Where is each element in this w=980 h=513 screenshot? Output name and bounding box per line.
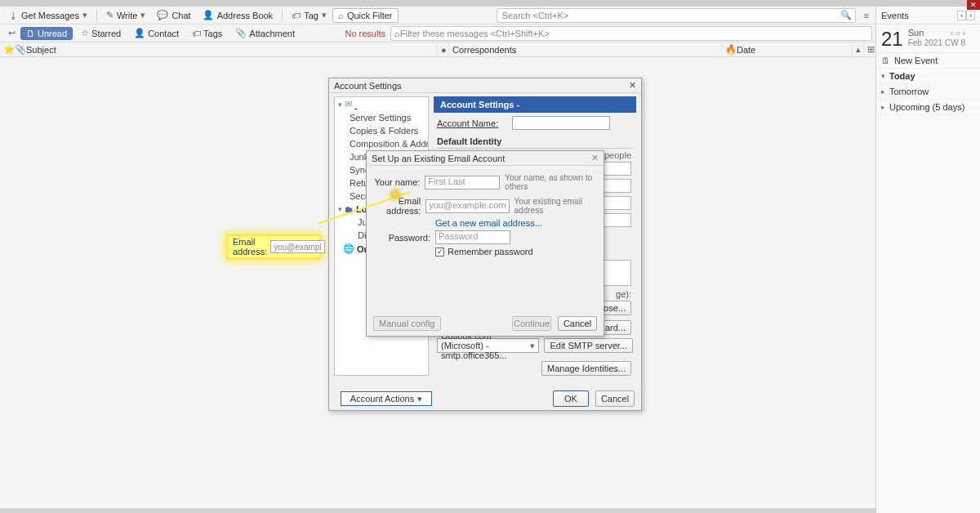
filter-messages-input[interactable]: ⌕Filter these messages <Ctrl+Shift+K> bbox=[390, 26, 872, 41]
callout-label: Email address: bbox=[233, 237, 267, 256]
tag-icon: 🏷 bbox=[192, 29, 201, 38]
events-weekday: Sun bbox=[908, 28, 924, 38]
chevron-down-icon: ▾ bbox=[530, 341, 535, 351]
star-icon: ☆ bbox=[81, 28, 89, 38]
setup-email-dialog: Set Up an Existing Email Account✕ Your n… bbox=[366, 150, 604, 337]
get-messages-button[interactable]: ⭳Get Messages▾ bbox=[3, 7, 93, 23]
cancel-button[interactable]: Cancel bbox=[558, 316, 597, 331]
chevron-down-icon: ▾ bbox=[881, 72, 885, 80]
filter-tags[interactable]: 🏷Tags bbox=[187, 28, 227, 39]
callout-marker bbox=[391, 190, 399, 199]
password-input[interactable]: Password bbox=[435, 230, 510, 244]
get-new-email-link[interactable]: Get a new email address... bbox=[367, 218, 604, 228]
events-nav[interactable]: ‹› bbox=[957, 11, 975, 20]
no-results-label: No results bbox=[345, 29, 390, 38]
pencil-icon: ✎ bbox=[106, 10, 114, 20]
callout-box: Email address: you@exampl bbox=[226, 234, 321, 259]
chevron-down-icon: ▾ bbox=[338, 100, 342, 109]
checkbox-icon: ✓ bbox=[435, 248, 444, 256]
events-tomorrow[interactable]: ▸Tomorrow bbox=[876, 84, 980, 100]
col-subject[interactable]: Subject bbox=[23, 42, 438, 56]
continue-button[interactable]: Continue bbox=[512, 316, 551, 331]
manage-identities-button[interactable]: Manage Identities... bbox=[541, 361, 631, 376]
default-identity-header: Default Identity bbox=[437, 136, 633, 149]
globe-icon: 🌐 bbox=[343, 243, 354, 254]
chat-icon: 💬 bbox=[157, 10, 168, 20]
col-attachment-icon[interactable]: 📎 bbox=[11, 42, 23, 56]
write-button[interactable]: ✎Write▾ bbox=[100, 7, 151, 23]
col-junk-icon[interactable]: 🔥 bbox=[722, 42, 733, 56]
manual-config-button[interactable]: Manual config bbox=[373, 316, 441, 331]
mini-nav[interactable]: ‹ ○ › bbox=[951, 29, 965, 38]
tree-copies-folders[interactable]: Copies & Folders bbox=[335, 124, 428, 137]
smtp-select[interactable]: Outlook.com (Microsoft) - smtp.office365… bbox=[437, 338, 539, 353]
ok-button[interactable]: OK bbox=[553, 390, 589, 407]
chevron-right-icon: ▸ bbox=[881, 87, 885, 96]
chat-button[interactable]: 💬Chat bbox=[151, 7, 196, 23]
global-search-input[interactable]: Search <Ctrl+K>🔍 bbox=[497, 8, 856, 23]
unread-icon: 🗋 bbox=[26, 29, 35, 38]
account-name-input[interactable] bbox=[512, 116, 610, 130]
col-correspondents[interactable]: Correspondents bbox=[449, 42, 722, 56]
close-icon[interactable]: ✕ bbox=[591, 153, 599, 163]
search-icon: ⌕ bbox=[394, 29, 400, 38]
chevron-down-icon: ▾ bbox=[322, 10, 327, 20]
app-menu-button[interactable]: ≡ bbox=[861, 9, 872, 22]
address-book-icon: 👤 bbox=[203, 10, 214, 20]
chevron-right-icon[interactable]: › bbox=[966, 11, 975, 20]
chevron-left-icon[interactable]: ‹ bbox=[957, 11, 966, 20]
tree-server-settings[interactable]: Server Settings bbox=[335, 111, 428, 124]
callout-input: you@exampl bbox=[270, 240, 325, 253]
attachment-icon: 📎 bbox=[235, 28, 247, 38]
close-icon[interactable]: ✕ bbox=[629, 80, 636, 91]
events-panel: Events ‹› ✕ 21 Sun ‹ ○ › Feb 2021 CW 8 🗓… bbox=[875, 7, 980, 513]
quick-filter-button[interactable]: ⌕Quick Filter bbox=[332, 8, 399, 23]
email-input[interactable]: you@example.com bbox=[425, 199, 509, 213]
events-upcoming[interactable]: ▸Upcoming (5 days) bbox=[876, 100, 980, 115]
remember-password-checkbox[interactable]: ✓Remember password bbox=[367, 247, 604, 256]
mail-icon: ✉ bbox=[345, 99, 352, 109]
your-name-input[interactable]: First Last bbox=[425, 176, 500, 190]
download-icon: ⭳ bbox=[9, 11, 18, 20]
filter-contact[interactable]: 👤Contact bbox=[129, 27, 184, 39]
your-name-label: Your name: bbox=[373, 177, 420, 187]
account-name-label: Account Name: bbox=[437, 118, 507, 128]
filter-unread[interactable]: 🗋Unread bbox=[20, 27, 73, 40]
new-event-button[interactable]: 🗓New Event bbox=[876, 53, 980, 69]
tree-composition[interactable]: Composition & Addressing bbox=[335, 137, 428, 150]
close-icon[interactable]: ✕ bbox=[967, 0, 980, 10]
chevron-down-icon: ▾ bbox=[82, 10, 87, 20]
password-label: Password: bbox=[373, 233, 430, 243]
col-picker-icon[interactable]: ⊞ bbox=[864, 42, 875, 56]
events-week: CW 8 bbox=[945, 38, 965, 47]
cancel-button[interactable]: Cancel bbox=[595, 390, 635, 407]
chevron-down-icon: ▾ bbox=[417, 394, 422, 404]
account-actions-button[interactable]: Account Actions▾ bbox=[341, 391, 432, 406]
address-book-button[interactable]: 👤Address Book bbox=[197, 7, 278, 23]
chevron-down-icon: ▾ bbox=[140, 10, 145, 20]
col-thread-icon[interactable]: ⭐ bbox=[0, 42, 11, 56]
dialog-title: Account Settings bbox=[334, 81, 402, 91]
filter-attachment[interactable]: 📎Attachment bbox=[230, 27, 300, 39]
email-label: Email address: bbox=[373, 196, 421, 216]
col-date[interactable]: Date bbox=[733, 42, 853, 56]
plus-icon: 🗓 bbox=[881, 56, 890, 65]
filter-starred[interactable]: ☆Starred bbox=[76, 27, 126, 39]
quick-filter-bar: ↩ 🗋Unread ☆Starred 👤Contact 🏷Tags 📎Attac… bbox=[0, 25, 875, 42]
events-monthyear: Feb 2021 bbox=[908, 38, 942, 47]
funnel-icon: ⌕ bbox=[338, 11, 344, 20]
events-today[interactable]: ▾Today bbox=[876, 69, 980, 84]
tag-icon: 🏷 bbox=[292, 11, 301, 20]
tag-button[interactable]: 🏷Tag▾ bbox=[286, 7, 332, 23]
search-icon: 🔍 bbox=[840, 10, 852, 20]
chevron-right-icon: ▸ bbox=[881, 103, 885, 111]
back-icon[interactable]: ↩ bbox=[3, 28, 20, 38]
edit-smtp-button[interactable]: Edit SMTP server... bbox=[544, 338, 633, 353]
col-read-icon[interactable]: ● bbox=[438, 42, 449, 56]
your-name-hint: Your name, as shown to others bbox=[505, 173, 597, 191]
col-sort-icon[interactable]: ▴ bbox=[853, 42, 864, 56]
main-toolbar: ⭳Get Messages▾ ✎Write▾ 💬Chat 👤Address Bo… bbox=[0, 7, 875, 25]
events-day-number: 21 bbox=[881, 28, 903, 51]
chevron-down-icon: ▾ bbox=[338, 205, 342, 213]
contact-icon: 👤 bbox=[134, 28, 145, 38]
